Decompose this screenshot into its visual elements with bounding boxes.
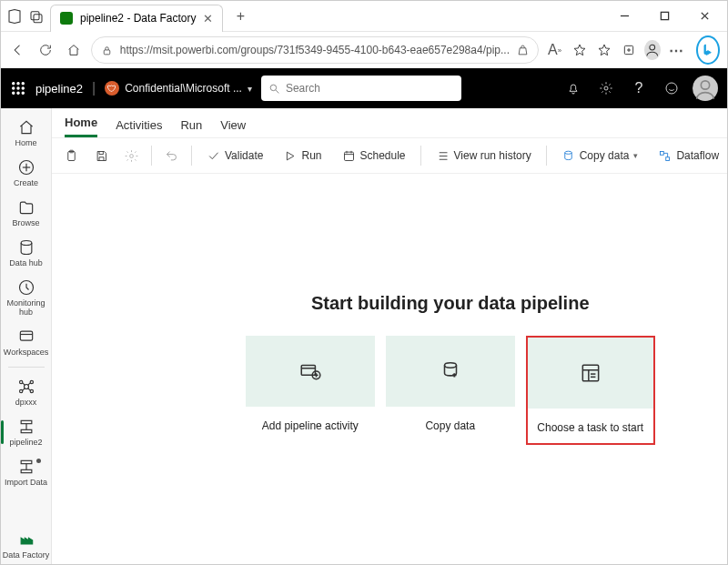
nav-pipeline2[interactable]: pipeline2	[1, 413, 52, 451]
svg-point-11	[13, 83, 15, 85]
svg-point-74	[444, 363, 456, 368]
search-input[interactable]	[286, 82, 454, 95]
workspaces-switcher-icon[interactable]	[6, 8, 23, 25]
svg-point-23	[666, 83, 677, 94]
bing-chat-icon[interactable]	[696, 35, 720, 65]
tab-activities[interactable]: Activities	[116, 118, 162, 137]
svg-rect-75	[582, 365, 598, 380]
svg-point-36	[30, 389, 33, 392]
svg-point-10	[650, 45, 655, 50]
nav-dpxxx[interactable]: dpxxx	[1, 373, 52, 411]
svg-rect-0	[31, 11, 39, 19]
svg-line-21	[276, 90, 278, 93]
dataflow-button[interactable]: Dataflow	[652, 146, 724, 166]
card-copy-data[interactable]: Copy data	[386, 336, 515, 445]
svg-point-13	[22, 83, 24, 85]
favorites-add-icon[interactable]	[571, 39, 588, 61]
svg-rect-62	[666, 156, 670, 160]
tab-home[interactable]: Home	[65, 116, 97, 137]
svg-point-20	[270, 85, 277, 91]
svg-point-24	[701, 81, 709, 89]
view-run-history-button[interactable]: View run history	[430, 146, 537, 166]
nav-data-factory[interactable]: Data Factory	[1, 526, 52, 564]
help-icon[interactable]: ?	[627, 76, 651, 100]
new-tab-button[interactable]: +	[228, 5, 252, 28]
activity-icon	[298, 359, 322, 383]
svg-point-14	[13, 87, 15, 89]
svg-point-18	[17, 92, 19, 94]
svg-point-34	[30, 380, 33, 383]
svg-rect-50	[344, 152, 353, 160]
settings-icon[interactable]	[594, 76, 618, 100]
back-button[interactable]	[8, 37, 28, 63]
browser-tab[interactable]: pipeline2 - Data Factory ✕	[50, 5, 223, 32]
card-choose-task[interactable]: Choose a task to start	[526, 336, 655, 445]
window-minimize-button[interactable]	[607, 4, 642, 29]
save-button[interactable]	[91, 146, 112, 166]
profile-avatar[interactable]	[644, 40, 660, 60]
copy-data-button[interactable]: Copy data▾	[556, 146, 644, 166]
svg-point-35	[19, 389, 22, 392]
nav-monitoring[interactable]: Monitoring hub	[1, 274, 52, 321]
pipeline-name: pipeline2	[35, 82, 83, 96]
svg-rect-30	[20, 331, 32, 340]
window-close-button[interactable]	[687, 4, 722, 29]
sensitivity-text: Confidential\Microsoft ...	[125, 82, 242, 95]
svg-point-22	[604, 86, 608, 90]
nav-browse[interactable]: Browse	[1, 194, 52, 232]
nav-home[interactable]: Home	[1, 114, 52, 152]
svg-point-17	[13, 92, 15, 94]
user-avatar[interactable]	[693, 76, 718, 101]
run-button[interactable]: Run	[278, 146, 327, 166]
tab-title: pipeline2 - Data Factory	[80, 12, 196, 25]
shield-icon: 🛡	[105, 81, 119, 96]
nav-create[interactable]: Create	[1, 154, 52, 192]
app-launcher-icon[interactable]	[10, 80, 26, 96]
canvas-heading: Start building your data pipeline	[311, 293, 590, 314]
svg-rect-61	[661, 151, 664, 155]
app-bar: pipeline2 | 🛡 Confidential\Microsoft ...…	[1, 68, 727, 108]
url-text: https://msit.powerbi.com/groups/731f5349…	[120, 44, 510, 56]
svg-rect-1	[34, 14, 42, 22]
window-maximize-button[interactable]	[647, 4, 682, 29]
svg-point-28	[21, 241, 32, 246]
url-input[interactable]: https://msit.powerbi.com/groups/731f5349…	[91, 36, 539, 64]
chevron-down-icon: ▾	[248, 84, 252, 94]
collections-icon[interactable]	[620, 39, 637, 61]
tab-run[interactable]: Run	[180, 118, 202, 137]
feedback-icon[interactable]	[660, 76, 683, 100]
svg-line-37	[22, 383, 24, 386]
tab-close-icon[interactable]: ✕	[203, 12, 213, 25]
home-button[interactable]	[63, 37, 83, 63]
more-icon[interactable]: ⋯	[668, 39, 685, 61]
schedule-button[interactable]: Schedule	[337, 146, 411, 166]
undo-button[interactable]	[161, 146, 182, 166]
nav-import-data[interactable]: Import Data	[1, 453, 52, 491]
validate-button[interactable]: Validate	[201, 146, 268, 166]
svg-rect-41	[21, 420, 32, 423]
app-search[interactable]	[261, 76, 461, 101]
svg-point-15	[17, 87, 19, 89]
settings-button[interactable]	[121, 146, 142, 166]
svg-point-60	[564, 151, 571, 154]
svg-point-33	[19, 380, 22, 383]
shopping-icon[interactable]	[517, 45, 529, 56]
nav-workspaces[interactable]: Workspaces	[1, 323, 52, 361]
paste-button[interactable]	[61, 146, 82, 166]
left-navigation: Home Create Browse Data hub Monitoring h…	[1, 108, 52, 564]
refresh-button[interactable]	[35, 37, 56, 63]
card-label: Copy data	[425, 419, 475, 432]
svg-rect-3	[661, 12, 668, 19]
task-icon	[579, 361, 602, 385]
tab-view[interactable]: View	[220, 118, 246, 137]
svg-rect-42	[21, 429, 32, 432]
card-add-activity[interactable]: Add pipeline activity	[246, 336, 375, 445]
notifications-icon[interactable]	[561, 76, 585, 100]
card-label: Add pipeline activity	[262, 419, 359, 432]
read-aloud-icon[interactable]: A»	[546, 39, 563, 61]
database-icon	[439, 359, 462, 383]
favorites-icon[interactable]	[595, 39, 612, 61]
nav-datahub[interactable]: Data hub	[1, 234, 52, 272]
tab-actions-icon[interactable]	[28, 8, 45, 25]
sensitivity-label[interactable]: 🛡 Confidential\Microsoft ... ▾	[105, 81, 252, 96]
